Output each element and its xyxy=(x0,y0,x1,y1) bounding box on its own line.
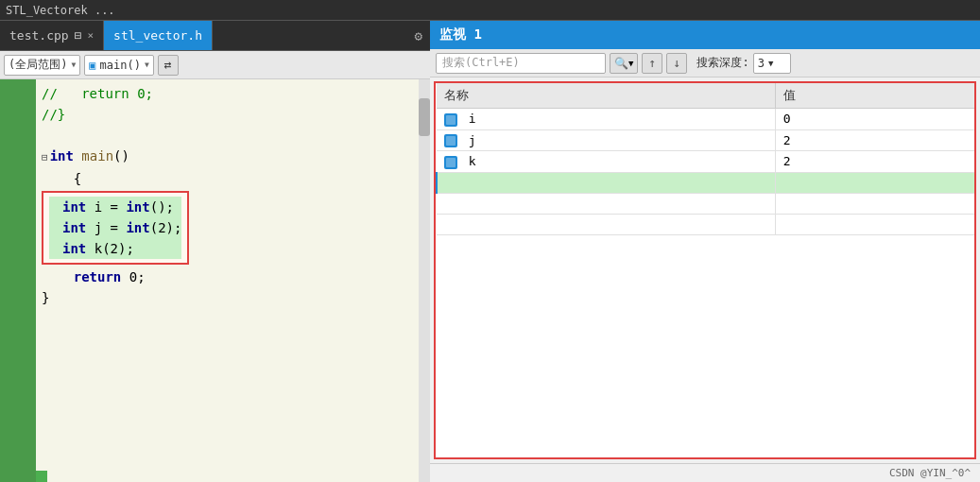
var-icon-i xyxy=(444,113,457,127)
code-line-9: return 0; xyxy=(42,267,413,287)
watch-empty-cell-2 xyxy=(775,193,974,214)
code-brace-close: } xyxy=(42,287,49,308)
scope-label: (全局范围) xyxy=(9,57,67,73)
code-scrollbar[interactable] xyxy=(419,79,430,482)
watch-pane: 监视 1 搜索(Ctrl+E) 🔍 ▼ ↑ ↓ 搜索深度: 3 ▼ xyxy=(430,21,980,482)
code-line-3 xyxy=(42,125,413,146)
watch-cell-value-j: 2 xyxy=(775,129,974,151)
watch-depth-select[interactable]: 3 ▼ xyxy=(753,53,791,74)
watch-search-button[interactable]: 🔍 ▼ xyxy=(610,53,638,74)
tab-stl-vector-label: stl_vector.h xyxy=(113,28,202,43)
code-keyword-int: int xyxy=(50,146,82,166)
eq-1: = xyxy=(111,197,127,217)
tab-stl-vector[interactable]: stl_vector.h xyxy=(104,21,213,50)
code-brace-open: { xyxy=(42,168,81,189)
kw-int-1: int xyxy=(62,197,95,217)
search-dropdown-arrow: ▼ xyxy=(628,59,633,68)
code-line-10: } xyxy=(42,287,413,308)
watch-input-value-cell xyxy=(775,172,974,193)
kw-int-3: int xyxy=(62,217,95,238)
depth-dropdown-arrow: ▼ xyxy=(768,59,773,68)
watch-empty-row-2 xyxy=(437,214,974,234)
var-i: i xyxy=(95,197,111,217)
var-icon-j xyxy=(444,134,457,147)
code-paren: () xyxy=(113,146,129,166)
code-pane: test.cpp ⊟ × stl_vector.h ⚙ (全局范围) ▼ ▣ m… xyxy=(0,21,430,482)
watch-cell-value-i: 0 xyxy=(775,109,974,130)
code-spaces-9 xyxy=(42,267,74,287)
watch-search-box[interactable]: 搜索(Ctrl+E) xyxy=(436,53,606,74)
kw-int-4: int xyxy=(126,217,149,238)
left-gutter xyxy=(0,79,36,482)
tab-bar-left: test.cpp ⊟ × stl_vector.h ⚙ xyxy=(0,21,430,51)
watch-cell-name-j: j xyxy=(437,129,775,151)
watch-active-input-row[interactable] xyxy=(437,172,974,193)
watch-toolbar: 搜索(Ctrl+E) 🔍 ▼ ↑ ↓ 搜索深度: 3 ▼ xyxy=(430,49,980,77)
watch-empty-cell-3 xyxy=(437,214,775,234)
code-text-2: //} xyxy=(42,104,65,125)
code-line-8: int k(2); xyxy=(49,238,181,259)
code-line-5: { xyxy=(42,168,413,189)
watch-table-wrapper: 名称 值 i 0 j xyxy=(434,81,976,459)
watch-table-header-row: 名称 值 xyxy=(437,83,974,109)
var-icon-k xyxy=(444,156,457,169)
code-line-6: int i = int (); xyxy=(49,197,181,217)
bottom-bar: CSDN @YIN_^0^ xyxy=(430,463,980,482)
var-j: j xyxy=(95,217,111,238)
code-content: // return 0; //} ⊟ int main () { xyxy=(36,79,419,482)
function-dropdown-arrow: ▼ xyxy=(145,60,149,69)
watch-cell-name-k: k xyxy=(437,151,775,173)
code-line-2: //} xyxy=(42,104,413,125)
watch-nav-down[interactable]: ↓ xyxy=(666,53,687,74)
top-bar: STL_Vectorek ... xyxy=(0,0,980,21)
code-text-1: // return 0; xyxy=(42,83,153,104)
code-line-1: // return 0; xyxy=(42,83,413,104)
code-fn: main xyxy=(81,146,113,166)
scope-bar: (全局范围) ▼ ▣ main() ▼ ⇄ xyxy=(0,51,430,79)
code-line-7: int j = int (2); xyxy=(49,217,181,238)
watch-empty-cell-4 xyxy=(775,214,974,234)
var-k: k(2); xyxy=(95,238,134,259)
code-line-4: ⊟ int main () xyxy=(42,146,413,168)
main-area: test.cpp ⊟ × stl_vector.h ⚙ (全局范围) ▼ ▣ m… xyxy=(0,21,980,482)
search-icon: 🔍 xyxy=(614,57,628,70)
watch-search-placeholder: 搜索(Ctrl+E) xyxy=(442,55,520,71)
call-2: (2); xyxy=(150,217,182,238)
watch-title-bar: 监视 1 xyxy=(430,21,980,49)
tab-test-cpp-label: test.cpp xyxy=(9,28,69,43)
eq-2: = xyxy=(111,217,127,238)
watch-var-name-i: i xyxy=(469,112,476,126)
tab-test-cpp-close[interactable]: × xyxy=(87,29,94,42)
watch-cell-name-i: i xyxy=(437,109,775,130)
code-editor[interactable]: // return 0; //} ⊟ int main () { xyxy=(0,79,430,482)
scope-selector[interactable]: (全局范围) ▼ xyxy=(4,55,80,76)
watch-depth-value: 3 xyxy=(758,57,765,70)
tab-test-cpp[interactable]: test.cpp ⊟ × xyxy=(0,21,104,50)
watch-empty-row-1 xyxy=(437,193,974,214)
code-zero: 0; xyxy=(129,267,146,287)
scope-nav-button[interactable]: ⇄ xyxy=(158,55,179,76)
watch-var-name-j: j xyxy=(469,133,476,147)
tab-settings-button[interactable]: ⚙ xyxy=(407,28,430,43)
watch-input-cell[interactable] xyxy=(437,172,775,193)
watch-var-name-k: k xyxy=(469,154,476,168)
watch-nav-up[interactable]: ↑ xyxy=(642,53,662,74)
watch-cell-value-k: 2 xyxy=(775,151,974,173)
kw-int-2: int xyxy=(126,197,149,217)
watch-row-j[interactable]: j 2 xyxy=(437,129,974,151)
watch-row-i[interactable]: i 0 xyxy=(437,109,974,130)
credit-text: CSDN @YIN_^0^ xyxy=(889,467,971,479)
watch-row-k[interactable]: k 2 xyxy=(437,151,974,173)
watch-empty-cell-1 xyxy=(437,193,775,214)
top-bar-text: STL_Vectorek ... xyxy=(6,4,115,17)
function-label: main() xyxy=(100,59,141,72)
code-bottom-indicator xyxy=(36,471,47,482)
collapse-icon-4[interactable]: ⊟ xyxy=(42,147,48,168)
function-selector[interactable]: ▣ main() ▼ xyxy=(84,55,153,76)
watch-title: 监视 1 xyxy=(439,26,482,43)
scope-dropdown-arrow: ▼ xyxy=(71,60,76,69)
kw-return: return xyxy=(74,267,129,287)
code-scroll-thumb[interactable] xyxy=(419,98,430,136)
watch-col-name: 名称 xyxy=(437,83,775,109)
call-1: (); xyxy=(150,197,174,217)
